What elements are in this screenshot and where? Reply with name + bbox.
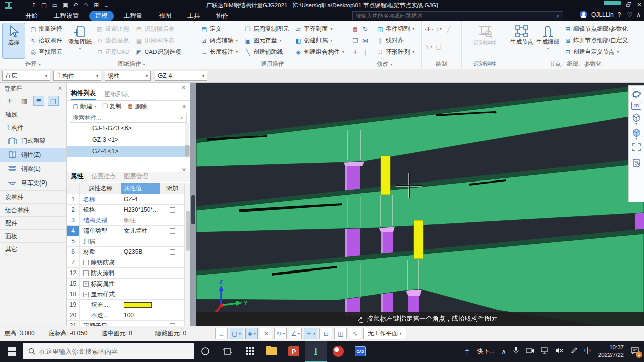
snap-3d-button[interactable]: ◈▾	[245, 328, 258, 339]
redo-icon[interactable]: ↷	[84, 2, 89, 9]
component-list-scrollbar[interactable]	[185, 123, 189, 158]
table-row[interactable]: 12+防火涂料	[67, 268, 184, 279]
nav-card-view-icon[interactable]: ▤	[48, 96, 59, 106]
fill-color-swatch[interactable]	[124, 302, 152, 308]
tab-collaborate[interactable]: 协作	[210, 11, 235, 21]
cortana-button[interactable]	[194, 341, 216, 362]
steel-column-yellow[interactable]	[414, 220, 423, 259]
nav-section-panels[interactable]: 面板	[0, 229, 66, 242]
add-drawing-button[interactable]: 添加图纸▾	[68, 23, 92, 59]
recognize-component-table-button[interactable]: ▦识别构件表	[134, 35, 183, 46]
mirror-icon[interactable]: ⋈	[360, 35, 370, 46]
expand-icon[interactable]: +	[83, 281, 89, 287]
copy-between-floors-button[interactable]: ❐层间复制图元	[243, 24, 290, 34]
qat-more-icon[interactable]: ⌄	[104, 2, 109, 9]
table-row[interactable]: 5归属	[67, 236, 184, 247]
select-button[interactable]: 选择	[2, 23, 25, 59]
move-icon[interactable]: ✛	[350, 47, 360, 58]
nav-section-combined[interactable]: 组合构件	[0, 203, 66, 216]
powerpoint-button[interactable]: P	[283, 341, 305, 362]
create-combined-component-button[interactable]: ◈创建组合构件▾	[293, 47, 346, 57]
table-row[interactable]: 15+标高属性	[67, 279, 184, 289]
properties-close-icon[interactable]: ✕	[182, 167, 186, 173]
network-display-icon[interactable]	[541, 347, 548, 355]
nav-section-axis[interactable]: 轴线	[0, 108, 66, 121]
create-custom-node-button[interactable]: ⊡创建自定义节点▾	[562, 47, 629, 57]
file-explorer-button[interactable]	[261, 341, 283, 362]
red-app-button[interactable]	[327, 341, 349, 362]
nav-item-crane-beam[interactable]: 吊车梁(P)	[0, 176, 66, 190]
draw-line-icon[interactable]: ╱	[444, 24, 454, 34]
pen-icon[interactable]	[571, 347, 577, 355]
table-row-selected[interactable]: 4清单类型女儿墙柱	[67, 226, 184, 236]
draw-rect-icon[interactable]: ▢	[434, 41, 444, 52]
checkbox[interactable]	[170, 228, 175, 234]
cad-recognition-options-button[interactable]: ◩CAD识别选项	[134, 47, 183, 57]
edit-node-detail-button[interactable]: ⊞编辑节点细部/参数化	[562, 24, 629, 34]
draw-circle-icon[interactable]: ○▾	[434, 24, 444, 34]
column-filter-button[interactable]: ◫	[334, 328, 347, 339]
circular-array-button[interactable]: ∷环形阵列▾	[375, 47, 416, 57]
group-label-select[interactable]: 选择 ▾	[0, 60, 66, 68]
tab-layer-management[interactable]: 图层管理	[124, 172, 148, 181]
collapse-ribbon-icon[interactable]: ∧	[636, 11, 641, 18]
snip-tool-icon[interactable]	[526, 348, 534, 355]
batch-select-button[interactable]: ▢批量选择	[28, 24, 64, 34]
tab-drawing-list[interactable]: 图纸列表	[105, 90, 129, 100]
recognize-steel-column-button[interactable]: 识别钢柱	[473, 23, 497, 59]
help-icon[interactable]: ?·	[618, 11, 623, 18]
ime-indicator[interactable]: 中	[584, 347, 591, 356]
draw-point-icon[interactable]: ·✛·	[424, 24, 434, 34]
component-dropdown[interactable]: GZ-4▾	[155, 71, 207, 81]
restore-cad-button[interactable]: ⊡还原CAD	[95, 47, 131, 57]
nav-section-main-components[interactable]: 主构件	[0, 121, 66, 134]
collapse-icon[interactable]: −	[83, 292, 89, 297]
component-toolbar-more-icon[interactable]: »	[182, 103, 186, 110]
snap-rect-button[interactable]: ▢▾	[230, 328, 243, 339]
notification-center-button[interactable]: 1	[631, 347, 639, 356]
taskbar-clock[interactable]: 10:37 2022/7/22	[598, 344, 624, 359]
cad-app-button[interactable]: CAD	[349, 341, 371, 362]
save-icon[interactable]: ▣	[63, 2, 68, 9]
tab-tools[interactable]: 工具	[182, 11, 206, 21]
nav-pin-icon[interactable]: ✛	[4, 96, 15, 106]
weather-icon[interactable]: ☂	[464, 348, 470, 355]
open-file-icon[interactable]: ▭	[52, 2, 57, 9]
part-cut-button[interactable]: ◫零件切割▾	[375, 24, 416, 34]
arc-tool-button[interactable]: ∿	[349, 328, 361, 339]
steel-column-yellow-gz4[interactable]	[381, 156, 390, 195]
zoom-extents-button[interactable]	[630, 143, 642, 152]
set-scale-button[interactable]: ▥设置比例	[95, 24, 131, 34]
component-search-input[interactable]	[70, 115, 180, 121]
workplane-selector[interactable]: 无工作平面▾	[363, 328, 406, 339]
table-row[interactable]: 6材质Q235B	[67, 247, 184, 257]
table-row[interactable]: 1名称GZ-4	[67, 194, 184, 205]
user-name[interactable]: QJLLLin	[591, 11, 614, 18]
list-item[interactable]: GJ-1-GZ3 <6>	[67, 123, 190, 134]
recognize-floor-table-button[interactable]: ▤识别楼层表	[134, 24, 183, 34]
find-replace-button[interactable]: ↻查找替换	[95, 35, 131, 46]
2d-view-button[interactable]: 2D	[630, 102, 642, 110]
group-label-drawing[interactable]: 图纸操作 ▾	[66, 60, 197, 68]
restore-window-icon[interactable]: 🗗	[626, 1, 632, 8]
expand-icon[interactable]: +	[83, 260, 89, 265]
nav-list-view-icon[interactable]: ≣	[33, 96, 44, 106]
close-window-icon[interactable]: ✕	[637, 1, 642, 8]
new-component-button[interactable]: ▢新建▾	[71, 102, 98, 111]
gjg-app-button[interactable]: I	[305, 341, 327, 362]
delete-component-button[interactable]: 🗑删除	[125, 102, 149, 111]
generate-detail-button[interactable]: 生成细部▾	[536, 23, 559, 59]
microphone-icon[interactable]	[513, 347, 519, 356]
line-align-button[interactable]: ∥线对齐	[375, 35, 416, 46]
nav-section-secondary[interactable]: 次构件	[0, 190, 66, 203]
3d-view-button[interactable]: ▾	[630, 128, 642, 140]
list-item-selected[interactable]: GZ-4 <1>	[67, 146, 190, 157]
taskbar-search-box[interactable]	[23, 343, 194, 359]
nav-section-other[interactable]: 其它	[0, 242, 66, 255]
user-avatar[interactable]	[580, 11, 587, 18]
category-dropdown[interactable]: 主构件▾	[53, 71, 101, 81]
copy-component-button[interactable]: ❐复制	[100, 102, 123, 111]
tab-view[interactable]: 视图	[153, 11, 178, 21]
tab-properties[interactable]: 属性	[71, 172, 83, 181]
nav-close-icon[interactable]: ✕	[58, 85, 62, 92]
